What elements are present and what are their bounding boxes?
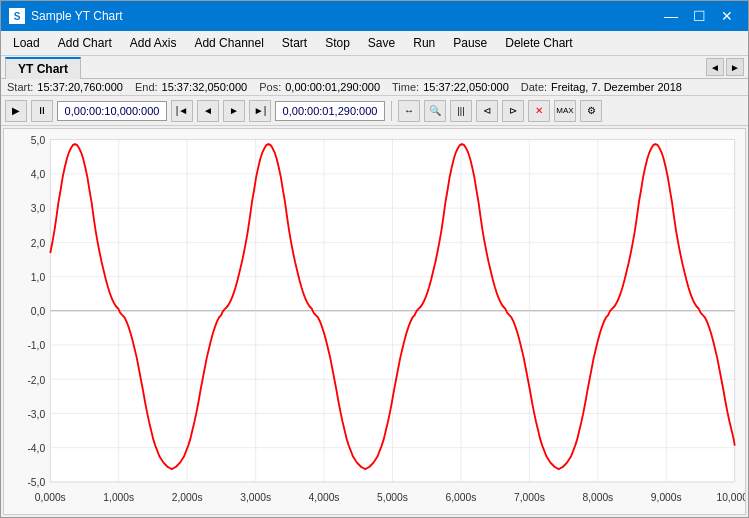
end-label: End: — [135, 81, 158, 93]
svg-text:-5,0: -5,0 — [27, 477, 45, 488]
menu-start[interactable]: Start — [274, 33, 315, 53]
start-value: 15:37:20,760:000 — [37, 81, 123, 93]
nav-prev-button[interactable]: ◄ — [197, 100, 219, 122]
svg-text:5,0: 5,0 — [31, 135, 45, 146]
scroll-right-button[interactable]: ⊳ — [502, 100, 524, 122]
nav-start-button[interactable]: |◄ — [171, 100, 193, 122]
menu-run[interactable]: Run — [405, 33, 443, 53]
date-info: Date: Freitag, 7. Dezember 2018 — [521, 81, 682, 93]
zoom-out-button[interactable]: ||| — [450, 100, 472, 122]
time-value: 15:37:22,050:000 — [423, 81, 509, 93]
position-input[interactable] — [275, 101, 385, 121]
tab-navigation: ◄ ► — [706, 58, 744, 76]
time-range-input[interactable] — [57, 101, 167, 121]
start-label: Start: — [7, 81, 33, 93]
pos-label: Pos: — [259, 81, 281, 93]
svg-text:-1,0: -1,0 — [27, 340, 45, 351]
menu-add-chart[interactable]: Add Chart — [50, 33, 120, 53]
svg-text:-2,0: -2,0 — [27, 374, 45, 385]
svg-text:2,000s: 2,000s — [172, 492, 203, 503]
cross-button[interactable]: ✕ — [528, 100, 550, 122]
svg-text:-4,0: -4,0 — [27, 443, 45, 454]
zoom-fit-button[interactable]: ↔ — [398, 100, 420, 122]
svg-text:-3,0: -3,0 — [27, 409, 45, 420]
svg-text:10,000s: 10,000s — [716, 492, 745, 503]
svg-text:6,000s: 6,000s — [446, 492, 477, 503]
svg-text:0,000s: 0,000s — [35, 492, 66, 503]
window-controls: — ☐ ✕ — [658, 6, 740, 26]
tab-prev-button[interactable]: ◄ — [706, 58, 724, 76]
svg-text:1,000s: 1,000s — [103, 492, 134, 503]
settings-button[interactable]: ⚙ — [580, 100, 602, 122]
time-label: Time: — [392, 81, 419, 93]
close-button[interactable]: ✕ — [714, 6, 740, 26]
svg-text:1,0: 1,0 — [31, 272, 45, 283]
svg-text:2,0: 2,0 — [31, 237, 45, 248]
max-button[interactable]: MAX — [554, 100, 576, 122]
tab-next-button[interactable]: ► — [726, 58, 744, 76]
chart-area[interactable]: 5,0 4,0 3,0 2,0 1,0 0,0 -1,0 -2,0 -3,0 -… — [3, 128, 746, 515]
menu-delete-chart[interactable]: Delete Chart — [497, 33, 580, 53]
minimize-button[interactable]: — — [658, 6, 684, 26]
end-value: 15:37:32,050:000 — [162, 81, 248, 93]
svg-text:3,000s: 3,000s — [240, 492, 271, 503]
svg-text:8,000s: 8,000s — [582, 492, 613, 503]
info-bar: Start: 15:37:20,760:000 End: 15:37:32,05… — [1, 79, 748, 96]
window-title: Sample YT Chart — [31, 9, 658, 23]
svg-text:7,000s: 7,000s — [514, 492, 545, 503]
chart-svg: 5,0 4,0 3,0 2,0 1,0 0,0 -1,0 -2,0 -3,0 -… — [4, 129, 745, 514]
maximize-button[interactable]: ☐ — [686, 6, 712, 26]
svg-text:3,0: 3,0 — [31, 203, 45, 214]
end-info: End: 15:37:32,050:000 — [135, 81, 247, 93]
play-button[interactable]: ▶ — [5, 100, 27, 122]
start-info: Start: 15:37:20,760:000 — [7, 81, 123, 93]
menu-save[interactable]: Save — [360, 33, 403, 53]
menu-add-channel[interactable]: Add Channel — [186, 33, 271, 53]
time-info: Time: 15:37:22,050:000 — [392, 81, 509, 93]
pos-info: Pos: 0,00:00:01,290:000 — [259, 81, 380, 93]
nav-end-button[interactable]: ►| — [249, 100, 271, 122]
app-icon: S — [9, 8, 25, 24]
chart-canvas: 5,0 4,0 3,0 2,0 1,0 0,0 -1,0 -2,0 -3,0 -… — [4, 129, 745, 514]
menu-pause[interactable]: Pause — [445, 33, 495, 53]
title-bar: S Sample YT Chart — ☐ ✕ — [1, 1, 748, 31]
svg-text:9,000s: 9,000s — [651, 492, 682, 503]
svg-text:0,0: 0,0 — [31, 306, 45, 317]
chart-toolbar: ▶ ⏸ |◄ ◄ ► ►| ↔ 🔍 ||| ⊲ ⊳ ✕ MAX ⚙ — [1, 96, 748, 126]
tab-yt-chart[interactable]: YT Chart — [5, 57, 81, 79]
menu-stop[interactable]: Stop — [317, 33, 358, 53]
pos-value: 0,00:00:01,290:000 — [285, 81, 380, 93]
menu-add-axis[interactable]: Add Axis — [122, 33, 185, 53]
svg-text:5,000s: 5,000s — [377, 492, 408, 503]
svg-text:4,000s: 4,000s — [309, 492, 340, 503]
date-label: Date: — [521, 81, 547, 93]
menu-load[interactable]: Load — [5, 33, 48, 53]
zoom-in-button[interactable]: 🔍 — [424, 100, 446, 122]
pause-button[interactable]: ⏸ — [31, 100, 53, 122]
scroll-left-button[interactable]: ⊲ — [476, 100, 498, 122]
separator-1 — [391, 101, 392, 121]
tab-bar: YT Chart ◄ ► — [1, 56, 748, 79]
svg-text:4,0: 4,0 — [31, 169, 45, 180]
nav-next-button[interactable]: ► — [223, 100, 245, 122]
menu-bar: Load Add Chart Add Axis Add Channel Star… — [1, 31, 748, 56]
date-value: Freitag, 7. Dezember 2018 — [551, 81, 682, 93]
main-window: S Sample YT Chart — ☐ ✕ Load Add Chart A… — [0, 0, 749, 518]
